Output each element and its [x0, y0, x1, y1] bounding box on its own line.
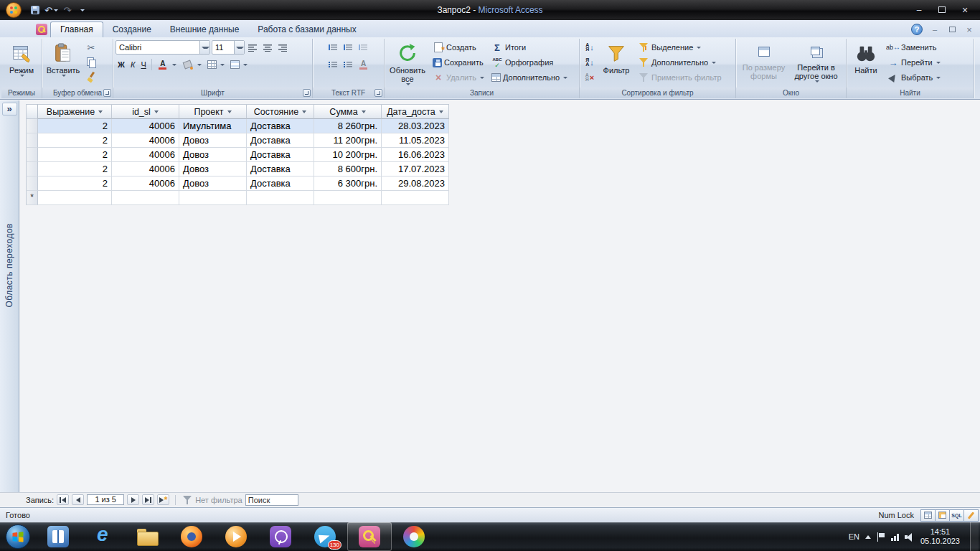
cell[interactable] — [314, 191, 382, 205]
navigation-pane-collapsed[interactable]: » Область переходов — [0, 100, 19, 492]
size-to-fit-form-button[interactable]: По размеру формы — [740, 40, 788, 86]
cell[interactable]: 11.05.2023 — [382, 133, 449, 148]
paste-button[interactable]: Вставить — [44, 40, 82, 86]
replace-button[interactable]: Заменить — [885, 40, 943, 55]
text-direction-button[interactable] — [357, 40, 370, 55]
help-button[interactable]: ? — [911, 24, 923, 35]
last-record-button[interactable] — [142, 494, 154, 505]
cell[interactable]: Доставка — [247, 162, 314, 176]
column-dropdown-arrow-icon[interactable] — [154, 110, 159, 113]
qat-customize-button[interactable] — [75, 4, 88, 17]
richtext-dialog-launcher[interactable] — [374, 89, 382, 97]
previous-record-button[interactable] — [72, 494, 84, 505]
row-selector[interactable] — [26, 133, 38, 148]
taskbar-clock[interactable]: 14:51 05.10.2023 — [920, 527, 960, 546]
column-dropdown-arrow-icon[interactable] — [227, 110, 232, 113]
start-button[interactable] — [0, 522, 36, 551]
pivottable-view-button[interactable] — [935, 509, 950, 522]
cell[interactable]: 28.03.2023 — [382, 119, 449, 133]
cell[interactable]: Доставка — [247, 176, 314, 191]
row-selector[interactable] — [26, 162, 38, 176]
new-blank-record-button[interactable] — [157, 494, 169, 505]
numbered-list-button[interactable] — [326, 57, 339, 72]
bold-button[interactable]: Ж — [116, 57, 127, 72]
office-button[interactable] — [1, 1, 26, 19]
font-name-combobox[interactable]: Calibri — [116, 40, 210, 55]
column-header-0[interactable]: Выражение — [38, 104, 112, 119]
cell[interactable]: 40006 — [112, 133, 179, 148]
font-dialog-launcher[interactable] — [303, 89, 311, 97]
cell[interactable]: Имультима — [179, 119, 247, 133]
advanced-filter-button[interactable]: Дополнительно — [635, 55, 725, 70]
cell[interactable]: Доставка — [247, 133, 314, 148]
cell[interactable]: 8 600грн. — [314, 162, 382, 176]
sort-descending-button[interactable] — [582, 55, 598, 70]
select-all-corner[interactable] — [26, 104, 38, 119]
record-position-box[interactable]: 1 из 5 — [87, 494, 124, 505]
taskbar-item-library[interactable] — [36, 522, 80, 551]
record-search-input[interactable] — [245, 494, 298, 506]
design-view-button[interactable] — [963, 509, 979, 522]
cell[interactable]: Доставка — [247, 148, 314, 162]
ribbon-tab-0[interactable]: Главная — [50, 22, 103, 37]
close-button[interactable] — [958, 4, 971, 16]
cell[interactable]: 2 — [38, 119, 112, 133]
ribbon-tab-3[interactable]: Работа с базами данных — [248, 22, 365, 37]
ribbon-tab-1[interactable]: Создание — [103, 22, 161, 37]
cell[interactable]: 2 — [38, 133, 112, 148]
cell[interactable]: 11 200грн. — [314, 133, 382, 148]
more-records-button[interactable]: Дополнительно — [489, 70, 570, 85]
access-app-icon[interactable] — [36, 24, 47, 35]
clear-sorts-button[interactable] — [582, 70, 598, 85]
delete-record-button[interactable]: Удалить — [430, 70, 487, 85]
column-header-4[interactable]: Сумма — [314, 104, 382, 119]
cell[interactable]: Довоз — [179, 133, 247, 148]
row-selector[interactable] — [26, 148, 38, 162]
highlight-button[interactable] — [356, 57, 372, 72]
cut-button[interactable] — [83, 40, 99, 55]
view-mode-button[interactable]: Режим — [4, 40, 39, 86]
taskbar-item-media-player[interactable] — [214, 522, 258, 551]
taskbar-item-internet-explorer[interactable] — [80, 522, 125, 551]
row-selector[interactable] — [26, 176, 38, 191]
column-header-5[interactable]: Дата_доста — [382, 104, 449, 119]
expand-nav-pane-button[interactable]: » — [2, 103, 17, 116]
restore-button[interactable] — [938, 6, 946, 13]
new-record-ribbon-button[interactable]: Создать — [430, 40, 487, 55]
alternate-fill-button[interactable] — [228, 57, 250, 72]
cell[interactable]: 17.07.2023 — [382, 162, 449, 176]
cell[interactable] — [112, 191, 179, 205]
save-record-button[interactable]: Сохранить — [430, 55, 487, 70]
totals-button[interactable]: Итоги — [489, 40, 570, 55]
cell[interactable] — [247, 191, 314, 205]
cell[interactable]: 40006 — [112, 148, 179, 162]
refresh-all-button[interactable]: Обновить все — [387, 40, 428, 86]
taskbar-item-telegram[interactable]: 130 — [303, 522, 347, 551]
cell[interactable]: Довоз — [179, 148, 247, 162]
taskbar-item-access[interactable] — [347, 522, 392, 551]
align-right-button[interactable] — [276, 40, 290, 55]
network-icon[interactable] — [891, 532, 899, 541]
next-record-button[interactable] — [127, 494, 139, 505]
child-close-button[interactable] — [964, 24, 974, 35]
column-dropdown-arrow-icon[interactable] — [98, 110, 103, 113]
decrease-indent-button[interactable] — [326, 40, 340, 55]
goto-button[interactable]: Перейти — [885, 55, 943, 70]
cell[interactable]: 16.06.2023 — [382, 148, 449, 162]
sort-ascending-button[interactable] — [582, 40, 598, 55]
cell[interactable]: 8 260грн. — [314, 119, 382, 133]
cell[interactable]: 2 — [38, 176, 112, 191]
row-selector[interactable] — [26, 119, 38, 133]
new-record-selector[interactable]: * — [26, 191, 38, 205]
volume-icon[interactable] — [905, 532, 915, 542]
minimize-button[interactable] — [913, 5, 925, 15]
taskbar-item-file-explorer[interactable] — [125, 522, 169, 551]
cell[interactable]: 40006 — [112, 119, 179, 133]
cell[interactable]: 6 300грн. — [314, 176, 382, 191]
combo-arrow[interactable] — [199, 41, 209, 54]
cell[interactable] — [382, 191, 449, 205]
cell[interactable]: 29.08.2023 — [382, 176, 449, 191]
cell[interactable]: 40006 — [112, 176, 179, 191]
taskbar-item-firefox[interactable] — [169, 522, 214, 551]
bulleted-list-button[interactable] — [341, 57, 354, 72]
